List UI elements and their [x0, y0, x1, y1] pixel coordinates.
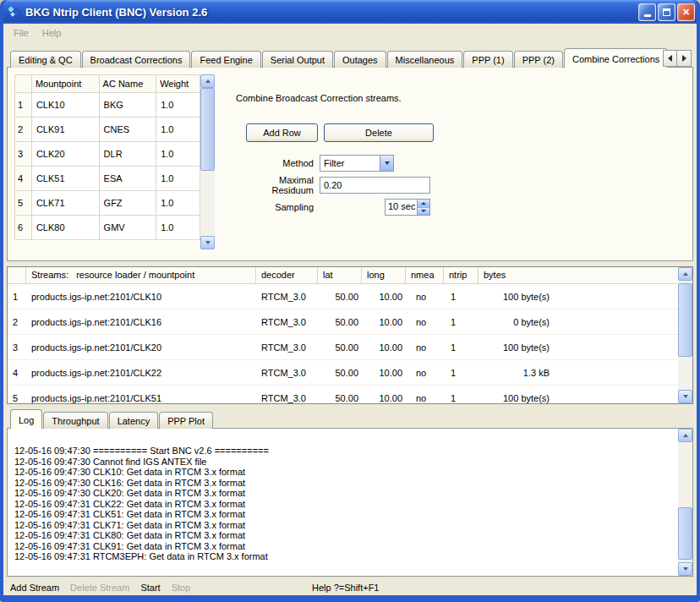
row-number: 1: [15, 93, 32, 118]
streams-scrollbar[interactable]: [678, 267, 692, 403]
table-cell[interactable]: CLK80: [31, 216, 99, 240]
stream-row[interactable]: 5products.igs-ip.net:2101/CLK51RTCM_3.05…: [8, 386, 678, 403]
scrollbar-thumb[interactable]: [678, 283, 692, 358]
stream-cell: 4: [8, 368, 26, 378]
scrollbar-thumb[interactable]: [200, 88, 215, 171]
col-header-lat[interactable]: lat: [318, 267, 362, 283]
menu-file[interactable]: File: [7, 26, 36, 40]
tab-outages[interactable]: Outages: [334, 51, 386, 68]
combine-table-row[interactable]: 1CLK10BKG1.0: [15, 93, 200, 118]
scrollbar-down-button[interactable]: [678, 562, 692, 576]
combine-table-row[interactable]: 3CLK20DLR1.0: [15, 142, 200, 167]
combine-table-row[interactable]: 6CLK80GMV1.0: [15, 216, 200, 240]
col-header-ac-name[interactable]: AC Name: [99, 75, 156, 93]
table-cell[interactable]: 1.0: [156, 93, 200, 118]
col-header-bytes[interactable]: bytes: [479, 267, 664, 283]
spin-up-button[interactable]: [418, 200, 429, 208]
minimize-button[interactable]: [638, 3, 656, 21]
tab-log[interactable]: Log: [10, 409, 42, 429]
action-start[interactable]: Start: [140, 583, 160, 593]
tab-ppp-2[interactable]: PPP (2): [514, 51, 563, 68]
col-header-long[interactable]: long: [362, 267, 406, 283]
log-scrollbar[interactable]: [678, 429, 692, 576]
col-header-weight[interactable]: Weight: [156, 75, 200, 93]
scrollbar-up-button[interactable]: [678, 267, 692, 281]
maximal-residuum-input[interactable]: [320, 177, 430, 194]
titlebar[interactable]: BKG Ntrip Client (BNC) Version 2.6 ×: [3, 0, 697, 24]
table-cell[interactable]: CLK91: [31, 118, 99, 142]
col-header-decoder[interactable]: decoder: [256, 267, 318, 283]
tab-feed-engine[interactable]: Feed Engine: [191, 51, 260, 68]
combine-table-row[interactable]: 4CLK51ESA1.0: [15, 167, 200, 191]
tab-serial-output[interactable]: Serial Output: [262, 51, 333, 68]
log-line: 12-05-16 09:47:31 CLK71: Get data in RTC…: [14, 520, 671, 531]
method-select[interactable]: Filter: [320, 155, 394, 172]
combine-table-row[interactable]: 5CLK71GFZ1.0: [15, 191, 200, 216]
tab-broadcast-corrections[interactable]: Broadcast Corrections: [82, 51, 191, 68]
scrollbar-track[interactable]: [678, 442, 692, 562]
table-cell[interactable]: 1.0: [156, 142, 200, 167]
tab-editing-qc[interactable]: Editing & QC: [10, 51, 81, 68]
action-add-stream[interactable]: Add Stream: [10, 583, 59, 593]
table-cell[interactable]: BKG: [99, 93, 156, 118]
stream-cell: 10.00: [362, 342, 406, 353]
scrollbar-down-button[interactable]: [678, 390, 692, 403]
bottom-tabbar-tabs: LogThroughputLatencyPPP Plot: [10, 409, 214, 429]
stream-cell: 3: [8, 342, 26, 353]
combo-dropdown-button[interactable]: [380, 156, 393, 171]
close-button[interactable]: ×: [677, 3, 695, 21]
tab-combine-corrections[interactable]: Combine Corrections: [564, 48, 668, 68]
combine-table-row[interactable]: 2CLK91CNES1.0: [15, 118, 200, 142]
scrollbar-track[interactable]: [200, 88, 215, 236]
tab-ppp-1[interactable]: PPP (1): [463, 51, 512, 68]
stream-cell: 1: [444, 292, 479, 302]
table-cell[interactable]: ESA: [99, 167, 156, 191]
streams-panel: Streams: resource loader / mountpoint de…: [7, 266, 693, 404]
sampling-spinbox[interactable]: 10 sec: [385, 199, 430, 216]
table-cell[interactable]: 1.0: [156, 118, 200, 142]
stream-row[interactable]: 4products.igs-ip.net:2101/CLK22RTCM_3.05…: [8, 360, 678, 386]
tab-throughput[interactable]: Throughput: [43, 412, 107, 429]
table-cell[interactable]: CLK51: [31, 167, 99, 191]
col-header-resource[interactable]: Streams: resource loader / mountpoint: [26, 267, 256, 283]
scrollbar-thumb[interactable]: [678, 507, 692, 560]
stream-cell: 5: [8, 393, 26, 403]
col-header-mountpoint[interactable]: Mountpoint: [31, 75, 99, 93]
table-cell[interactable]: CLK71: [31, 191, 99, 216]
sampling-label: Sampling: [236, 202, 320, 212]
table-cell[interactable]: CLK20: [31, 142, 99, 167]
row-number: 3: [15, 142, 32, 167]
tab-ppp-plot[interactable]: PPP Plot: [159, 412, 213, 429]
table-cell[interactable]: GFZ: [99, 191, 156, 216]
bottom-tabbar: LogThroughputLatencyPPP Plot: [7, 411, 693, 429]
tab-scroll-left-button[interactable]: [663, 50, 677, 67]
stream-cell: 10.00: [362, 368, 406, 378]
table-cell[interactable]: DLR: [99, 142, 156, 167]
add-row-button[interactable]: Add Row: [246, 123, 318, 142]
scrollbar-up-button[interactable]: [200, 74, 215, 88]
scrollbar-track[interactable]: [678, 281, 692, 390]
maximize-button[interactable]: [658, 3, 675, 21]
delete-button[interactable]: Delete: [324, 123, 434, 142]
stream-cell: 50.00: [318, 368, 362, 378]
spin-down-button[interactable]: [418, 208, 429, 216]
table-cell[interactable]: CNES: [99, 118, 156, 142]
col-header-nmea[interactable]: nmea: [406, 267, 444, 283]
table-cell[interactable]: 1.0: [156, 216, 200, 240]
maximize-icon: [663, 8, 670, 16]
stream-row[interactable]: 2products.igs-ip.net:2101/CLK16RTCM_3.05…: [8, 309, 678, 335]
scrollbar-up-button[interactable]: [678, 429, 692, 442]
table-cell[interactable]: 1.0: [156, 191, 200, 216]
table-cell[interactable]: GMV: [99, 216, 156, 240]
stream-row[interactable]: 3products.igs-ip.net:2101/CLK20RTCM_3.05…: [8, 335, 678, 360]
tab-scroll-right-button[interactable]: [677, 50, 692, 67]
scrollbar-down-button[interactable]: [200, 236, 215, 249]
table-cell[interactable]: 1.0: [156, 167, 200, 191]
tab-latency[interactable]: Latency: [109, 412, 159, 429]
tab-miscellaneous[interactable]: Miscellaneous: [387, 51, 463, 68]
col-header-ntrip[interactable]: ntrip: [444, 267, 479, 283]
combine-table-scrollbar[interactable]: [200, 74, 215, 249]
stream-row[interactable]: 1products.igs-ip.net:2101/CLK10RTCM_3.05…: [8, 284, 678, 309]
table-cell[interactable]: CLK10: [31, 93, 99, 118]
menu-help[interactable]: Help: [36, 26, 68, 40]
